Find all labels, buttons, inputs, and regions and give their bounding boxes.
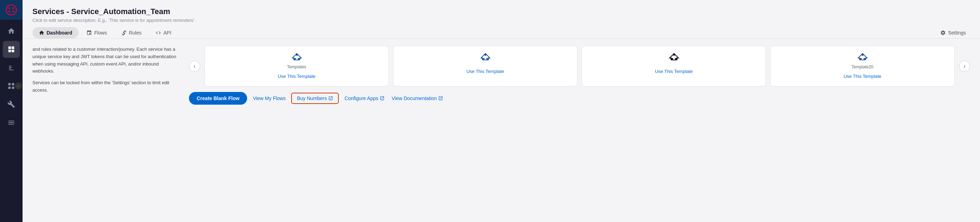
tab-api[interactable]: API	[149, 27, 178, 38]
template-icon-4	[856, 52, 870, 62]
svg-rect-14	[486, 58, 488, 60]
external-link-icon-configure	[380, 96, 385, 101]
sidebar-logo	[0, 0, 22, 20]
svg-rect-17	[675, 58, 677, 60]
sidebar: ›	[0, 0, 22, 222]
api-tab-icon	[156, 30, 161, 36]
template-name-1: Templates	[287, 65, 306, 70]
svg-point-9	[296, 54, 298, 56]
configure-apps-button[interactable]: Configure Apps	[343, 93, 386, 104]
templates-prev-button[interactable]: ‹	[189, 60, 200, 72]
template-card-2: Use This Template	[393, 46, 578, 86]
use-template-button-1[interactable]: Use This Template	[278, 72, 315, 80]
svg-rect-6	[12, 83, 14, 85]
tab-flows[interactable]: Flows	[80, 27, 113, 38]
svg-point-15	[673, 54, 675, 56]
buy-numbers-button[interactable]: Buy Numbers	[291, 93, 339, 104]
template-visual-icon-1	[290, 52, 304, 62]
actions-row: Create Blank Flow View My Flows Buy Numb…	[189, 92, 970, 105]
template-visual-icon-3	[667, 52, 681, 62]
template-card-1: Templates Use This Template	[204, 46, 389, 86]
gear-icon	[940, 30, 946, 36]
use-template-button-3[interactable]: Use This Template	[655, 67, 693, 75]
page-subtitle: Click to edit service description. E.g.,…	[32, 17, 970, 23]
svg-point-1	[8, 7, 10, 9]
template-name-4: Template20	[851, 65, 873, 70]
widgets-icon	[7, 82, 15, 90]
templates-container: Templates Use This Template	[204, 46, 955, 86]
sidebar-item-settings[interactable]	[3, 96, 20, 113]
content-area: and rules related to a customer interact…	[22, 39, 980, 222]
sidebar-item-home[interactable]	[3, 22, 20, 40]
svg-point-4	[12, 11, 14, 12]
tab-rules[interactable]: Rules	[115, 27, 148, 38]
menu-icon	[7, 119, 15, 127]
sidebar-item-menu[interactable]	[3, 114, 20, 131]
external-link-icon-docs	[438, 96, 443, 101]
main-content: Services - Service_Automation_Team Click…	[22, 0, 980, 222]
svg-point-0	[6, 5, 17, 15]
left-panel: and rules related to a customer interact…	[32, 46, 180, 215]
sidebar-item-widgets[interactable]: ›	[3, 78, 20, 94]
tabs-left: Dashboard Flows Rules API	[32, 27, 178, 38]
svg-rect-19	[859, 58, 862, 60]
svg-rect-5	[8, 83, 11, 85]
flows-tab-icon	[86, 30, 92, 36]
sidebar-item-analytics[interactable]	[3, 59, 20, 76]
svg-point-2	[12, 7, 14, 9]
home-tab-icon	[39, 30, 45, 36]
chart-icon	[7, 64, 15, 71]
template-icon-1	[290, 52, 304, 62]
view-documentation-button[interactable]: View Documentation	[390, 93, 444, 104]
description-para-1: and rules related to a customer interact…	[32, 46, 180, 75]
use-template-button-2[interactable]: Use This Template	[466, 67, 504, 75]
template-icon-2	[478, 52, 492, 62]
create-blank-flow-button[interactable]: Create Blank Flow	[189, 92, 247, 105]
template-visual-icon-2	[478, 52, 492, 62]
template-icon-3	[667, 52, 681, 62]
svg-point-12	[484, 54, 486, 56]
templates-next-button[interactable]: ›	[959, 60, 970, 72]
rules-tab-icon	[121, 30, 127, 36]
svg-rect-11	[298, 58, 300, 60]
svg-point-3	[8, 11, 10, 12]
template-card-3: Use This Template	[582, 46, 766, 86]
svg-rect-7	[8, 87, 11, 89]
external-link-icon-buy	[328, 96, 333, 101]
sidebar-navigation: ›	[0, 20, 22, 131]
svg-point-18	[862, 54, 863, 56]
template-card-4: Template20 Use This Template	[770, 46, 955, 86]
svg-rect-20	[863, 58, 866, 60]
view-my-flows-button[interactable]: View My Flows	[251, 93, 287, 104]
grid-icon	[7, 46, 15, 53]
page-title: Services - Service_Automation_Team	[32, 7, 970, 16]
svg-rect-16	[670, 58, 673, 60]
app-logo-icon	[6, 4, 17, 16]
wrench-icon	[7, 100, 15, 108]
page-header: Services - Service_Automation_Team Click…	[22, 0, 980, 27]
svg-rect-10	[293, 58, 296, 60]
settings-button[interactable]: Settings	[936, 27, 970, 38]
right-panel: ‹ Templates Use This	[189, 46, 970, 215]
tabs-bar: Dashboard Flows Rules API Settings	[22, 27, 980, 39]
description-para-2: Services can be locked from within the '…	[32, 79, 180, 94]
tab-dashboard[interactable]: Dashboard	[32, 27, 79, 38]
templates-row: ‹ Templates Use This	[189, 46, 970, 86]
expand-indicator: ›	[15, 82, 22, 89]
svg-rect-8	[12, 87, 14, 89]
use-template-button-4[interactable]: Use This Template	[843, 72, 881, 80]
home-icon	[7, 27, 15, 35]
sidebar-item-dashboard[interactable]	[3, 41, 20, 58]
svg-rect-13	[482, 58, 484, 60]
template-visual-icon-4	[856, 52, 870, 62]
